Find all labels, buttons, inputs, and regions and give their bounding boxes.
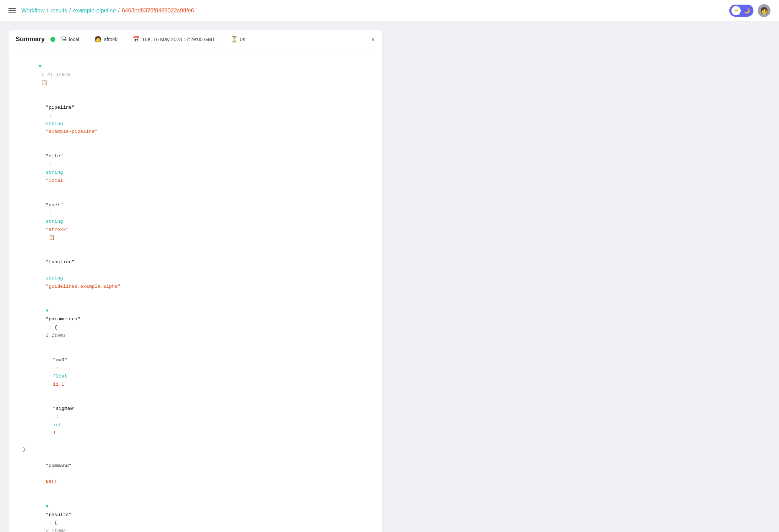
function-line: "function" : string "guidelines.example.… — [16, 250, 375, 299]
datetime-meta: 📅 Tue, 16 May 2023 17:29:05 GMT — [133, 36, 215, 43]
user-type: string — [46, 219, 66, 224]
function-key: "function" — [46, 259, 75, 265]
main-content: Summary 🏛 local | 🧑 afrokk | 📅 Tue, 16 M… — [0, 21, 391, 532]
breadcrumb-results[interactable]: results — [50, 7, 67, 14]
breadcrumb-sep-3: / — [118, 7, 120, 14]
calendar-icon: 📅 — [133, 36, 140, 43]
user-line: "user" : string "afrokk" 📋 — [16, 193, 375, 250]
command-key: "command" — [46, 463, 72, 468]
breadcrumb-sep-2: / — [69, 7, 71, 14]
params-close: } — [16, 446, 375, 454]
function-type: string — [46, 276, 66, 281]
navbar-left: Workflow / results / example-pipeline / … — [9, 7, 194, 14]
copy-icon[interactable]: 📋 — [39, 80, 48, 86]
colon1: : — [46, 113, 54, 118]
site-icon: 🏛 — [61, 36, 67, 43]
status-dot — [50, 37, 55, 42]
results-expand[interactable]: ▼ — [46, 503, 51, 511]
timer-icon: ⏳ — [231, 36, 238, 43]
results-key: "results" — [46, 512, 72, 517]
site-value: local — [69, 37, 79, 42]
collapse-button[interactable]: ∧ — [371, 36, 375, 43]
sep1: | — [86, 37, 88, 42]
parameters-line: ▼ "parameters" : { 2 items — [16, 299, 375, 348]
mu0-key: "mu0" — [53, 357, 67, 363]
breadcrumb-pipeline[interactable]: example-pipeline — [73, 7, 116, 14]
summary-title: Summary — [16, 36, 45, 43]
pipeline-type: string — [46, 121, 66, 126]
sep3: | — [222, 37, 224, 42]
hamburger-menu[interactable] — [9, 8, 16, 13]
user-val: "afrokk" — [46, 227, 69, 232]
json-content: ▼ { 21 items 📋 "pipeline" : string "exam… — [9, 49, 382, 532]
breadcrumb-workflow[interactable]: Workflow — [21, 7, 45, 14]
site-key: "site" — [46, 153, 63, 159]
results-line: ▼ "results" : { 2 items — [16, 495, 375, 532]
sigma0-type: int — [53, 422, 64, 428]
root-brace: { — [39, 72, 47, 77]
site-type: string — [46, 170, 66, 175]
dark-mode-icon: 🌙 — [742, 6, 751, 15]
command-line: "command" : NULL — [16, 454, 375, 495]
mu0-type: float — [53, 374, 70, 379]
user-key: "user" — [46, 202, 63, 208]
light-mode-icon: ☀ — [731, 6, 741, 15]
header-right: ∧ — [371, 36, 375, 43]
summary-card: Summary 🏛 local | 🧑 afrokk | 📅 Tue, 16 M… — [9, 30, 382, 532]
duration-meta: ⏳ 0s — [231, 36, 245, 43]
site-meta: 🏛 local — [61, 36, 79, 43]
user-icon: 🧑 — [94, 36, 102, 43]
function-value: "guidelines.example.alpha" — [46, 284, 121, 289]
sigma0-key: "sigma0" — [53, 406, 76, 411]
user-value: afrokk — [104, 37, 117, 42]
mu0-value: 11.1 — [53, 382, 64, 387]
datetime-value: Tue, 16 May 2023 17:29:05 GMT — [142, 37, 215, 42]
mu0-line: "mu0" : float 11.1 — [16, 348, 375, 397]
breadcrumb-run-id: 6463bd8376f8489022c98fe6 — [122, 7, 194, 14]
sigma0-value: 1 — [53, 430, 56, 436]
user-meta: 🧑 afrokk — [94, 36, 117, 43]
command-null: NULL — [46, 479, 57, 485]
user-copy-icon[interactable]: 📋 — [46, 235, 55, 240]
root-expand[interactable]: ▼ — [39, 63, 44, 71]
sep2: | — [125, 37, 126, 42]
root-count: 21 items — [47, 72, 70, 77]
root-line: ▼ { 21 items 📋 — [16, 55, 375, 96]
pipeline-key: "pipeline" — [46, 105, 75, 110]
site-line: "site" : string "local" — [16, 144, 375, 193]
breadcrumb: Workflow / results / example-pipeline / … — [21, 7, 194, 14]
duration-value: 0s — [240, 37, 245, 42]
navbar: Workflow / results / example-pipeline / … — [0, 0, 779, 21]
avatar[interactable]: 🧑 — [758, 4, 770, 17]
results-count: 2 items — [46, 528, 66, 532]
parameters-expand[interactable]: ▼ — [46, 307, 51, 315]
navbar-right: ☀ 🌙 🧑 — [729, 4, 770, 17]
parameters-key: "parameters" — [46, 316, 80, 322]
theme-toggle[interactable]: ☀ 🌙 — [729, 5, 753, 17]
site-val: "local" — [46, 178, 66, 183]
summary-header: Summary 🏛 local | 🧑 afrokk | 📅 Tue, 16 M… — [9, 30, 382, 49]
breadcrumb-sep-1: / — [47, 7, 48, 14]
pipeline-value: "example-pipeline" — [46, 129, 98, 134]
sigma0-line: "sigma0" : int 1 — [16, 397, 375, 446]
pipeline-line: "pipeline" : string "example-pipeline" — [16, 96, 375, 145]
parameters-count: 2 items — [46, 333, 66, 338]
